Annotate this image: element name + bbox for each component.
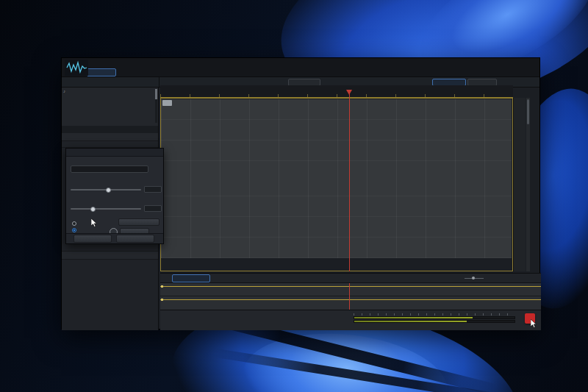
record-audio-icon[interactable] — [104, 78, 114, 87]
sort-icon[interactable] — [140, 78, 149, 87]
pan-lane[interactable] — [160, 296, 541, 310]
playhead-marker[interactable] — [346, 90, 352, 95]
pan-envelope-line[interactable] — [160, 299, 541, 300]
audiodirector-window: ♪ — [61, 57, 540, 329]
import-file-icon[interactable] — [65, 78, 74, 87]
desktop: ♪ — [0, 0, 588, 392]
split-view-icon[interactable] — [519, 78, 528, 87]
original-audio-radio[interactable] — [72, 227, 79, 233]
cloud-download-icon[interactable] — [91, 78, 101, 87]
waveform-editor[interactable] — [160, 85, 513, 271]
go-start-icon[interactable] — [190, 313, 198, 321]
apply-effect-row[interactable] — [62, 252, 158, 260]
media-library-list: ♪ — [62, 88, 158, 126]
noise-gate-row[interactable] — [62, 244, 158, 252]
loop-icon[interactable] — [181, 313, 189, 321]
timeline-ticks — [160, 94, 513, 97]
tab-edit[interactable] — [87, 68, 116, 76]
edit-mode-icon[interactable] — [162, 313, 170, 321]
menu-edit[interactable] — [107, 61, 118, 63]
vertical-scrollbar[interactable] — [526, 98, 530, 271]
transport-bar — [160, 310, 541, 330]
step-back-icon[interactable] — [200, 313, 208, 321]
level-meter-ticks — [354, 313, 515, 316]
resulting-audio-radio[interactable] — [72, 221, 79, 227]
library-file-item[interactable]: ♪ — [63, 89, 154, 96]
audiodirector-logo — [65, 60, 88, 76]
radio-selected-icon — [72, 228, 76, 232]
menu-bar — [96, 58, 156, 63]
nr-slider-knob[interactable] — [106, 188, 111, 193]
comp-slider-knob[interactable] — [90, 207, 96, 212]
wallpaper-petal — [238, 324, 453, 392]
dialog-header[interactable] — [66, 149, 163, 157]
menu-file[interactable] — [96, 61, 106, 63]
library-scrollbar[interactable] — [155, 89, 157, 123]
apply-button[interactable] — [74, 235, 112, 243]
adjust-audio-row[interactable] — [62, 133, 158, 141]
record-icon[interactable] — [171, 313, 179, 321]
cursor-icon — [91, 218, 98, 227]
mode-tab-row — [62, 68, 539, 77]
waveform-channel-left[interactable] — [161, 99, 512, 182]
timeline-ruler[interactable] — [160, 85, 513, 98]
save-preset-button[interactable] — [118, 218, 159, 226]
zoom-slider[interactable] — [465, 278, 484, 279]
automation-panel — [160, 273, 541, 310]
noise-reduction-dialog — [65, 148, 164, 244]
comp-slider[interactable] — [71, 208, 141, 210]
tab-produce[interactable] — [254, 68, 288, 76]
automation-tab-row — [160, 274, 541, 283]
radio-icon — [72, 221, 76, 226]
comp-value-box[interactable] — [144, 205, 162, 212]
pan-keyframe[interactable] — [161, 299, 163, 301]
clip-handle[interactable] — [162, 100, 172, 106]
tab-mix[interactable] — [173, 68, 196, 76]
tab-volume[interactable] — [172, 274, 210, 282]
volume-envelope-line[interactable] — [160, 286, 541, 287]
grid-view-icon[interactable] — [528, 78, 538, 87]
menu-help[interactable] — [131, 61, 141, 63]
tab-effect[interactable] — [213, 274, 243, 282]
close-dialog-button[interactable] — [116, 235, 154, 243]
audio-file-icon: ♪ — [63, 89, 65, 93]
nr-value-box[interactable] — [144, 186, 162, 193]
db-scale — [513, 98, 526, 271]
preset-dropdown[interactable] — [71, 165, 148, 173]
adjustment-header — [62, 126, 158, 133]
volume-keyframe[interactable] — [161, 285, 163, 288]
db-labels-left — [514, 99, 525, 179]
waveform-channel-right[interactable] — [161, 176, 512, 258]
level-meter-left — [354, 316, 515, 319]
dialog-footer — [66, 233, 163, 243]
wallpaper-petal-gap — [215, 349, 506, 392]
go-end-icon[interactable] — [219, 313, 227, 321]
db-labels-right — [514, 183, 525, 263]
flag-icon[interactable] — [150, 61, 156, 63]
playhead-line[interactable] — [349, 90, 350, 271]
nr-level-slider[interactable] — [71, 189, 141, 190]
capture-icon[interactable] — [143, 61, 148, 63]
volume-lane[interactable] — [160, 283, 541, 296]
ab-loop-icon[interactable] — [229, 313, 237, 321]
import-folder-icon[interactable] — [78, 78, 87, 87]
cursor-icon — [531, 319, 537, 328]
playhead-line-lower — [349, 283, 350, 310]
level-meter-right — [354, 320, 515, 323]
play-icon[interactable] — [209, 313, 218, 321]
menu-view[interactable] — [119, 61, 129, 63]
